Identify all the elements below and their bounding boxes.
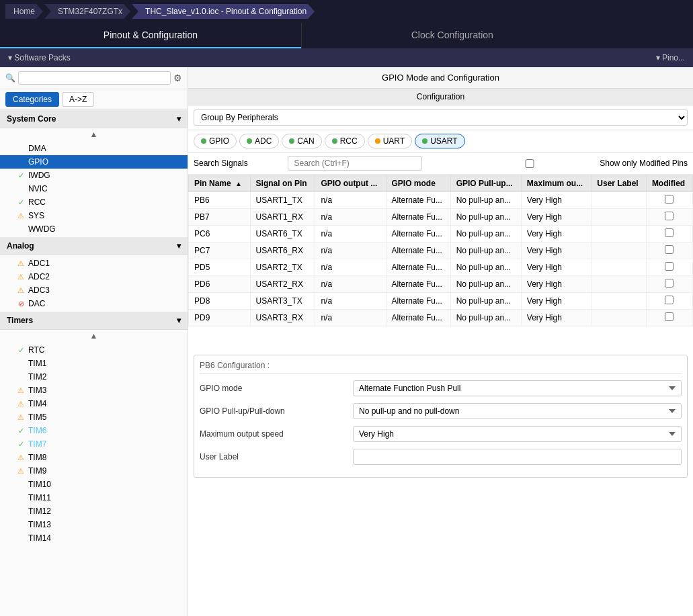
sidebar-tab-az[interactable]: A->Z: [62, 92, 94, 107]
show-modified-label: Show only Modified Pins: [600, 159, 688, 168]
periph-tab-usart[interactable]: USART: [415, 134, 464, 148]
section-timers[interactable]: Timers ▾: [0, 312, 188, 330]
sidebar: 🔍 ⚙ Categories A->Z System Core ▾ ▲ DMA …: [0, 67, 188, 616]
sidebar-item-tim3[interactable]: ⚠ TIM3: [0, 384, 188, 397]
max-speed-select[interactable]: Very High: [353, 426, 682, 442]
col-signal[interactable]: Signal on Pin: [250, 175, 315, 192]
sidebar-item-tim7[interactable]: ✓ TIM7: [0, 437, 188, 451]
sidebar-item-wwdg[interactable]: WWDG: [0, 222, 188, 236]
sidebar-item-adc2[interactable]: ⚠ ADC2: [0, 270, 188, 283]
adc1-label: ADC1: [28, 259, 50, 268]
pb6-config-panel: PB6 Configuration : GPIO mode Alternate …: [194, 355, 688, 478]
modified-checkbox[interactable]: [665, 279, 674, 288]
sidebar-item-tim12[interactable]: TIM12: [0, 504, 188, 518]
sw-packs-right[interactable]: ▾ Pino...: [656, 53, 685, 62]
col-output[interactable]: GPIO output ...: [315, 175, 386, 192]
tim1-label: TIM1: [28, 359, 46, 368]
modified-checkbox[interactable]: [665, 312, 674, 321]
modified-checkbox[interactable]: [665, 228, 674, 237]
table-row[interactable]: PC6USART6_TXn/aAlternate Fu...No pull-up…: [189, 226, 693, 243]
table-row[interactable]: PC7USART6_RXn/aAlternate Fu...No pull-up…: [189, 243, 693, 259]
gpio-mode-select[interactable]: Alternate Function Push Pull: [353, 380, 682, 396]
main-layout: 🔍 ⚙ Categories A->Z System Core ▾ ▲ DMA …: [0, 67, 693, 616]
sidebar-item-tim10[interactable]: TIM10: [0, 478, 188, 491]
periph-tab-can[interactable]: CAN: [282, 134, 321, 148]
section-system-core[interactable]: System Core ▾: [0, 110, 188, 128]
periph-tab-uart[interactable]: UART: [368, 134, 412, 148]
col-pin-name[interactable]: Pin Name ▲: [189, 175, 251, 192]
nvic-label: NVIC: [28, 184, 48, 193]
sidebar-item-tim5[interactable]: ⚠ TIM5: [0, 410, 188, 424]
breadcrumb-home[interactable]: Home: [5, 4, 43, 19]
sidebar-item-nvic[interactable]: NVIC: [0, 182, 188, 195]
sidebar-item-tim1[interactable]: TIM1: [0, 357, 188, 370]
sidebar-item-tim9[interactable]: ⚠ TIM9: [0, 464, 188, 478]
periph-tab-gpio[interactable]: GPIO: [194, 134, 237, 148]
iwdg-label: IWDG: [28, 171, 50, 180]
table-row[interactable]: PD8USART3_TXn/aAlternate Fu...No pull-up…: [189, 293, 693, 310]
tim13-label: TIM13: [28, 520, 51, 529]
sidebar-item-tim13[interactable]: TIM13: [0, 518, 188, 531]
search-signals-input[interactable]: [288, 156, 422, 171]
gear-icon[interactable]: ⚙: [173, 73, 182, 83]
breadcrumb-file[interactable]: THC_Slave_v1.0.ioc - Pinout & Configurat…: [132, 4, 315, 19]
tim3-status-icon: ⚠: [16, 386, 26, 395]
table-row[interactable]: PB7USART1_RXn/aAlternate Fu...No pull-up…: [189, 209, 693, 226]
sidebar-item-sys[interactable]: ⚠ SYS: [0, 209, 188, 222]
sidebar-item-tim8[interactable]: ⚠ TIM8: [0, 451, 188, 464]
user-label-label: User Label: [200, 452, 348, 461]
col-userlabel[interactable]: User Label: [592, 175, 647, 192]
gpio-pullupdown-label: GPIO Pull-up/Pull-down: [200, 406, 348, 416]
user-label-input[interactable]: [353, 449, 682, 465]
sidebar-item-tim4[interactable]: ⚠ TIM4: [0, 397, 188, 410]
modified-checkbox[interactable]: [665, 262, 674, 271]
col-modified[interactable]: Modified: [646, 175, 692, 192]
table-row[interactable]: PD5USART2_TXn/aAlternate Fu...No pull-up…: [189, 259, 693, 276]
sidebar-item-tim2[interactable]: TIM2: [0, 370, 188, 384]
sidebar-item-tim14[interactable]: TIM14: [0, 531, 188, 545]
section-analog[interactable]: Analog ▾: [0, 237, 188, 255]
tab-clock[interactable]: Clock Configuration: [302, 23, 603, 48]
show-modified-checkbox[interactable]: [462, 159, 597, 168]
wwdg-label: WWDG: [28, 224, 56, 234]
periph-tab-adc-label: ADC: [255, 136, 272, 146]
tim2-label: TIM2: [28, 372, 46, 382]
modified-checkbox[interactable]: [665, 296, 674, 304]
col-maxspeed[interactable]: Maximum ou...: [521, 175, 591, 192]
sidebar-item-rtc[interactable]: ✓ RTC: [0, 343, 188, 357]
modified-checkbox[interactable]: [665, 195, 674, 204]
sidebar-item-dma[interactable]: DMA: [0, 142, 188, 155]
col-pullup[interactable]: GPIO Pull-up...: [450, 175, 521, 192]
sidebar-search-input[interactable]: [18, 71, 171, 85]
sidebar-item-tim11[interactable]: TIM11: [0, 491, 188, 504]
group-by-select[interactable]: Group By Peripherals: [194, 109, 688, 126]
sidebar-search-bar: 🔍 ⚙: [0, 67, 188, 89]
sidebar-item-adc3[interactable]: ⚠ ADC3: [0, 283, 188, 297]
col-mode[interactable]: GPIO mode: [386, 175, 450, 192]
sidebar-item-adc1[interactable]: ⚠ ADC1: [0, 257, 188, 270]
gpio-pullupdown-select[interactable]: No pull-up and no pull-down: [353, 403, 682, 419]
sidebar-item-dac[interactable]: ⊘ DAC: [0, 297, 188, 310]
modified-checkbox[interactable]: [665, 212, 674, 220]
adc-dot: [247, 138, 252, 144]
tim9-label: TIM9: [28, 466, 46, 476]
modified-checkbox[interactable]: [665, 245, 674, 254]
scroll-up-timers[interactable]: ▲: [0, 330, 188, 342]
table-row[interactable]: PB6USART1_TXn/aAlternate Fu...No pull-up…: [189, 192, 693, 209]
tab-pinout[interactable]: Pinout & Configuration: [0, 23, 301, 48]
table-row[interactable]: PD9USART3_RXn/aAlternate Fu...No pull-up…: [189, 310, 693, 326]
sidebar-item-gpio[interactable]: GPIO: [0, 155, 188, 169]
scroll-up-system[interactable]: ▲: [0, 128, 188, 140]
content-area: GPIO Mode and Configuration Configuratio…: [188, 67, 693, 616]
can-dot: [289, 138, 294, 144]
sidebar-item-tim6[interactable]: ✓ TIM6: [0, 424, 188, 437]
sw-packs-left[interactable]: ▾ Software Packs: [8, 53, 71, 62]
sidebar-item-iwdg[interactable]: ✓ IWDG: [0, 169, 188, 182]
table-row[interactable]: PD6USART2_RXn/aAlternate Fu...No pull-up…: [189, 276, 693, 293]
breadcrumb-mcu[interactable]: STM32F407ZGTx: [44, 4, 130, 19]
sidebar-tab-categories[interactable]: Categories: [5, 92, 59, 107]
periph-tab-adc[interactable]: ADC: [239, 134, 279, 148]
sidebar-item-rcc[interactable]: ✓ RCC: [0, 195, 188, 209]
periph-tab-rcc[interactable]: RCC: [325, 134, 365, 148]
signal-table-container[interactable]: Pin Name ▲ Signal on Pin GPIO output ...…: [188, 175, 693, 349]
